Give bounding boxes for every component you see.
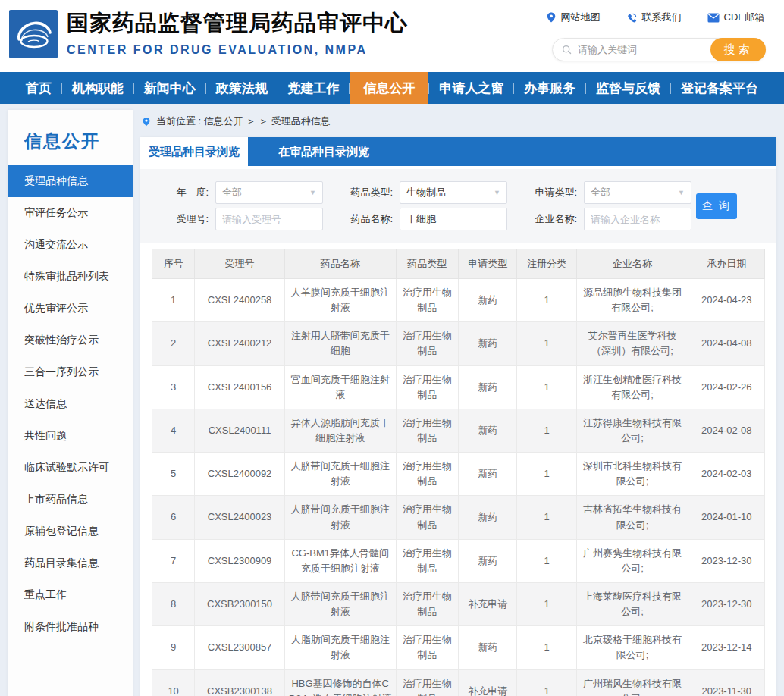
cell-drug-name: 人羊膜间充质干细胞注射液 [284, 279, 396, 322]
chevron-down-icon: ▼ [494, 189, 500, 196]
apply-type-select[interactable]: 全部 ▼ [584, 181, 691, 204]
results-table: 序号受理号药品名称药品类型申请类型注册分类企业名称承办日期 1CXSL24002… [152, 249, 765, 696]
cell-accept-no: CXSL2400156 [195, 365, 285, 409]
tab-bar: 受理品种目录浏览 在审品种目录浏览 [140, 137, 776, 166]
drug-type-value: 生物制品 [406, 186, 446, 199]
nav-separator [205, 83, 206, 94]
table-body: 1CXSL2400258人羊膜间充质干细胞注射液治疗用生物制品新药1源品细胞生物… [152, 279, 765, 696]
cell-date: 2024-04-08 [688, 322, 765, 365]
cell-accept-no: CXSL2400023 [195, 496, 285, 539]
sidebar-item-10[interactable]: 临床试验默示许可 [8, 452, 133, 484]
sidebar-item-1[interactable]: 受理品种信息 [8, 165, 133, 197]
query-button[interactable]: 查 询 [696, 193, 737, 219]
breadcrumb: 当前位置 : 信息公开 ＞ ＞ 受理品种信息 [140, 110, 776, 137]
sitemap-link[interactable]: 网站地图 [546, 11, 601, 24]
sidebar-item-12[interactable]: 原辅包登记信息 [8, 516, 133, 547]
nav-item-4[interactable]: 政策法规 [207, 72, 277, 104]
cell-apply-type: 新药 [458, 496, 516, 539]
sidebar-item-13[interactable]: 药品目录集信息 [8, 547, 133, 579]
cell-drug-type: 治疗用生物制品 [396, 539, 458, 582]
sidebar-item-2[interactable]: 审评任务公示 [8, 197, 133, 229]
sidebar-item-8[interactable]: 送达信息 [8, 388, 133, 420]
nav-item-9[interactable]: 监督与反馈 [587, 72, 670, 104]
nav-item-7[interactable]: 申请人之窗 [430, 72, 513, 104]
nav-item-2[interactable]: 机构职能 [63, 72, 133, 104]
nav-item-10[interactable]: 登记备案平台 [672, 72, 767, 104]
cell-accept-no: CXSL2400212 [195, 322, 285, 365]
cell-apply-type: 新药 [458, 322, 516, 365]
sitemap-label: 网站地图 [561, 11, 601, 24]
filter-row-2: 受理号: 药品名称: 企业名称: [140, 208, 776, 230]
year-select[interactable]: 全部 ▼ [215, 181, 323, 204]
search-input[interactable] [572, 44, 711, 55]
table-row: 9CXSL2300857人脂肪间充质干细胞注射液治疗用生物制品新药1北京瑷格干细… [152, 626, 765, 669]
tab-accepted-catalog[interactable]: 受理品种目录浏览 [140, 137, 248, 166]
mail-icon [707, 13, 720, 23]
sidebar-item-7[interactable]: 三合一序列公示 [8, 356, 133, 388]
nav-separator [61, 83, 62, 94]
table-row: 8CXSB2300150人脐带间充质干细胞注射液治疗用生物制品补充申请1上海莱馥… [152, 582, 765, 625]
nav-item-3[interactable]: 新闻中心 [135, 72, 205, 104]
nav-item-5[interactable]: 党建工作 [279, 72, 349, 104]
sidebar-item-15[interactable]: 附条件批准品种 [8, 611, 133, 643]
tab-under-review-catalog[interactable]: 在审品种目录浏览 [248, 137, 400, 166]
cell-accept-no: CXSL2300857 [195, 626, 285, 669]
cell-drug-name: 宫血间充质干细胞注射液 [284, 365, 396, 409]
cell-reg-class: 1 [517, 496, 576, 539]
search-icon [562, 44, 572, 55]
cell-accept-no: CXSL2300909 [195, 539, 285, 582]
nav-item-1[interactable]: 首页 [17, 72, 61, 104]
nav-separator [349, 83, 350, 94]
cell-drug-name: CG-BM1异体人骨髓间充质干细胞注射液 [284, 539, 396, 582]
nav-separator [133, 83, 134, 94]
drug-type-select[interactable]: 生物制品 ▼ [400, 181, 507, 204]
sidebar-item-6[interactable]: 突破性治疗公示 [8, 324, 133, 356]
column-header: 药品名称 [284, 249, 396, 279]
sidebar-item-9[interactable]: 共性问题 [8, 420, 133, 452]
company-field [584, 208, 691, 230]
nav-separator [513, 83, 514, 94]
main-nav: 首页机构职能新闻中心政策法规党建工作信息公开申请人之窗办事服务监督与反馈登记备案… [0, 72, 784, 104]
table-row: 1CXSL2400258人羊膜间充质干细胞注射液治疗用生物制品新药1源品细胞生物… [152, 279, 765, 322]
brand-block: 国家药品监督管理局药品审评中心 CENTER FOR DRUG EVALUATI… [67, 8, 408, 57]
drug-name-input[interactable] [406, 214, 500, 225]
cde-logo[interactable] [9, 10, 58, 58]
cell-reg-class: 1 [517, 409, 576, 452]
cell-date: 2024-01-10 [688, 496, 765, 539]
sidebar: 信息公开 受理品种信息审评任务公示沟通交流公示特殊审批品种列表优先审评公示突破性… [8, 110, 133, 696]
cell-drug-type: 治疗用生物制品 [396, 582, 458, 625]
accept-no-label: 受理号: [140, 212, 209, 226]
cell-date: 2024-04-23 [688, 279, 765, 322]
cell-reg-class: 1 [517, 669, 576, 696]
column-header: 药品类型 [396, 249, 458, 279]
nav-separator [670, 83, 671, 94]
cell-drug-name: 注射用人脐带间充质干细胞 [284, 322, 396, 365]
accept-no-input[interactable] [222, 214, 316, 225]
sidebar-item-14[interactable]: 重点工作 [8, 579, 133, 611]
cell-apply-type: 新药 [458, 539, 516, 582]
table-row: 5CXSL2400092人脐带间充质干细胞注射液治疗用生物制品新药1深圳市北科生… [152, 453, 765, 496]
sidebar-item-11[interactable]: 上市药品信息 [8, 484, 133, 516]
cell-date: 2023-12-30 [688, 539, 765, 582]
cell-apply-type: 新药 [458, 409, 516, 452]
cde-mail-link[interactable]: CDE邮箱 [707, 11, 764, 24]
cell-index: 5 [152, 453, 195, 496]
sidebar-item-5[interactable]: 优先审评公示 [8, 293, 133, 324]
nav-item-6[interactable]: 信息公开 [350, 72, 428, 104]
search-button[interactable]: 搜索 [710, 38, 766, 61]
sidebar-item-3[interactable]: 沟通交流公示 [8, 229, 133, 261]
column-header: 注册分类 [517, 249, 576, 279]
cde-mail-label: CDE邮箱 [724, 11, 764, 24]
table-row: 7CXSL2300909CG-BM1异体人骨髓间充质干细胞注射液治疗用生物制品新… [152, 539, 765, 582]
apply-type-label: 申请类型: [507, 186, 577, 199]
company-label: 企业名称: [507, 212, 577, 226]
cell-apply-type: 新药 [458, 279, 516, 322]
site-title: 国家药品监督管理局药品审评中心 [67, 8, 408, 39]
cell-apply-type: 新药 [458, 626, 516, 669]
nav-item-8[interactable]: 办事服务 [515, 72, 585, 104]
cell-company: 上海莱馥医疗科技有限公司; [576, 582, 688, 625]
contact-link[interactable]: 联系我们 [626, 11, 682, 24]
company-input[interactable] [591, 214, 685, 225]
sidebar-item-4[interactable]: 特殊审批品种列表 [8, 261, 133, 293]
column-header: 受理号 [195, 249, 285, 279]
